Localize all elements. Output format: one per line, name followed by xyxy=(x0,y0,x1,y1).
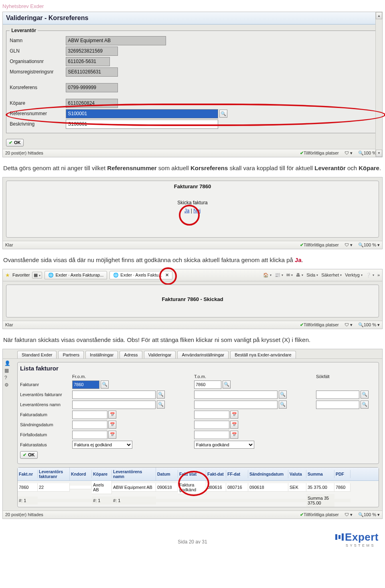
tf xyxy=(70,499,92,502)
th-summa[interactable]: Summa xyxy=(306,470,334,478)
fakturanr-to-input[interactable]: 7860 xyxy=(194,380,221,389)
sandning-to-input[interactable] xyxy=(194,421,229,429)
levnamn-to-input[interactable] xyxy=(194,401,278,409)
td: 35 375.00 xyxy=(306,483,334,492)
menu-tab[interactable]: Adress xyxy=(120,351,142,358)
calendar-icon[interactable]: 📅 xyxy=(230,411,238,419)
menu-tab[interactable]: Partners xyxy=(58,351,84,358)
settings-icon[interactable]: ⚙ xyxy=(4,382,10,388)
th-valuta[interactable]: Valuta xyxy=(288,470,306,478)
td: 080716 xyxy=(226,483,248,492)
th-kndord[interactable]: Kndord xyxy=(70,470,92,478)
expert-logo: Expert S Y S T E M S xyxy=(335,531,379,547)
levfakt-sok-input[interactable] xyxy=(316,391,359,399)
th-ffdat[interactable]: FF-dat xyxy=(226,470,248,478)
vertical-scrollbar[interactable]: ▲ ▼ xyxy=(375,12,382,157)
forfallo-from-input[interactable] xyxy=(72,431,107,439)
search-icon[interactable]: 🔍 xyxy=(279,401,287,409)
calendar-icon[interactable]: 📅 xyxy=(230,431,238,439)
levnamn-label: Leverantörens namn xyxy=(20,402,68,407)
skickad-dialog: Fakturanr 7860 - Skickad xyxy=(6,285,379,317)
namn-label: Namn xyxy=(10,38,66,43)
trusted-sites: Tillförlitliga platser xyxy=(304,151,339,155)
scroll-down-icon[interactable]: ▼ xyxy=(376,150,382,157)
print-icon[interactable]: 🖶 ▾ xyxy=(296,273,303,277)
menu-tab[interactable]: Valideringar xyxy=(144,351,176,358)
user-icon[interactable]: 👤 xyxy=(4,360,10,366)
help-icon[interactable]: ❔▾ xyxy=(366,273,374,278)
menu-tab[interactable]: Beställ nya Exder-användare xyxy=(230,351,296,358)
dialog-title: Fakturanr 7860 - Skickad xyxy=(162,296,223,302)
levnamn-sok-input[interactable] xyxy=(316,401,359,409)
calendar-icon[interactable]: 📅 xyxy=(108,431,116,439)
protected-mode-icon: 🛡 ▾ xyxy=(344,322,353,328)
levfakt-to-input[interactable] xyxy=(194,391,278,399)
sidebar-icons: 👤 ▦ ? ⚙ xyxy=(4,360,10,388)
browser-tab-1[interactable]: 🌐Exder · Axels Fakturap... xyxy=(45,271,107,279)
search-icon[interactable]: 🔍 xyxy=(279,391,287,399)
tools-menu[interactable]: Verktyg ▾ xyxy=(345,273,363,277)
favorites-label[interactable]: Favoriter xyxy=(12,273,30,277)
browser-tab-2[interactable]: 🌐Exder · Axels Faktu... ✕ xyxy=(109,271,172,279)
search-icon[interactable]: 🔍 xyxy=(361,401,369,409)
more-icon[interactable]: » xyxy=(377,273,380,277)
search-icon[interactable]: 🔍 xyxy=(157,401,165,409)
search-icon[interactable]: 🔍 xyxy=(101,380,109,389)
help-icon[interactable]: ? xyxy=(4,375,10,380)
trusted-sites: Tillförlitliga platser xyxy=(304,242,339,247)
calendar-icon[interactable]: 📅 xyxy=(108,411,116,419)
ok-button[interactable]: ✔OK xyxy=(6,139,24,146)
status-bar: Klar ✔Tillförlitliga platser 🛡 ▾ 🔍100 % … xyxy=(3,321,382,329)
forfallo-to-input[interactable] xyxy=(194,431,229,439)
post-count: 20 post(er) hittades xyxy=(5,512,43,517)
th-pdf[interactable]: PDF xyxy=(334,470,351,478)
gln-label: GLN xyxy=(10,48,66,54)
td: 7860 xyxy=(18,483,38,492)
calendar-icon[interactable]: 📅 xyxy=(230,421,238,429)
favorites-star-icon[interactable]: ★ xyxy=(5,272,10,278)
th-faktdat[interactable]: Fakt-dat xyxy=(206,470,226,478)
calendar-icon[interactable]: 📅 xyxy=(108,421,116,429)
menu-tab[interactable]: Inställningar xyxy=(85,351,118,358)
levfakt-from-input[interactable] xyxy=(72,391,156,399)
faktstatus-label: Fakturastatus xyxy=(20,442,68,447)
highlight-circle xyxy=(178,471,209,496)
page-menu[interactable]: Sida ▾ xyxy=(306,273,318,277)
levfakt-label: Leverantörs fakturanr xyxy=(20,392,68,397)
globe-icon: 🌐 xyxy=(113,273,119,278)
mail-icon[interactable]: ✉ ▾ xyxy=(286,273,293,278)
layout-icon[interactable]: ▦ xyxy=(4,368,10,373)
td: 090618 xyxy=(248,483,288,492)
search-icon[interactable]: 🔍 xyxy=(223,380,231,389)
th-kopare[interactable]: Köpare xyxy=(92,470,112,478)
menu-tab[interactable]: Standard Exder xyxy=(17,351,57,358)
search-icon[interactable]: 🔍 xyxy=(361,391,369,399)
th-faktnr[interactable]: Fakt.nr xyxy=(18,470,38,478)
tab-list-icon[interactable]: ▦ ▾ xyxy=(32,272,42,279)
scroll-up-icon[interactable]: ▲ xyxy=(376,12,382,19)
th-sandning[interactable]: Sändningsdatum xyxy=(248,470,288,478)
th-datum[interactable]: Datum xyxy=(156,470,178,478)
sandning-from-input[interactable] xyxy=(72,421,107,429)
faktstatus-to-select[interactable]: Faktura godkänd xyxy=(194,441,254,449)
faktdatum-to-input[interactable] xyxy=(194,411,229,419)
check-icon: ✔ xyxy=(9,140,12,145)
tf: Summa 35 375.00 xyxy=(306,494,334,507)
safety-menu[interactable]: Säkerhet ▾ xyxy=(321,273,342,277)
zoom-icon: 🔍 xyxy=(358,242,364,247)
ok-button[interactable]: ✔OK xyxy=(20,451,38,459)
feeds-icon[interactable]: 📰 ▾ xyxy=(275,273,283,278)
home-icon[interactable]: 🏠 ▾ xyxy=(263,273,272,278)
fakturanr-from-input[interactable]: 7860 xyxy=(72,380,99,389)
menu-tab[interactable]: Användarinställningar xyxy=(177,351,229,358)
dialog-subtitle: Skicka faktura xyxy=(177,200,207,205)
zoom-level: 100 % xyxy=(364,512,376,517)
th-levnamn[interactable]: Leverantörens namn xyxy=(112,468,156,480)
org-label: Organisationsnr xyxy=(10,59,66,64)
th-levfakt[interactable]: Leverantörs fakturanr xyxy=(38,468,70,480)
levnamn-from-input[interactable] xyxy=(72,401,156,409)
faktstatus-from-select[interactable]: Faktura ej godkänd xyxy=(72,441,132,449)
faktdatum-from-input[interactable] xyxy=(72,411,107,419)
tf xyxy=(156,499,178,502)
search-icon[interactable]: 🔍 xyxy=(157,391,165,399)
